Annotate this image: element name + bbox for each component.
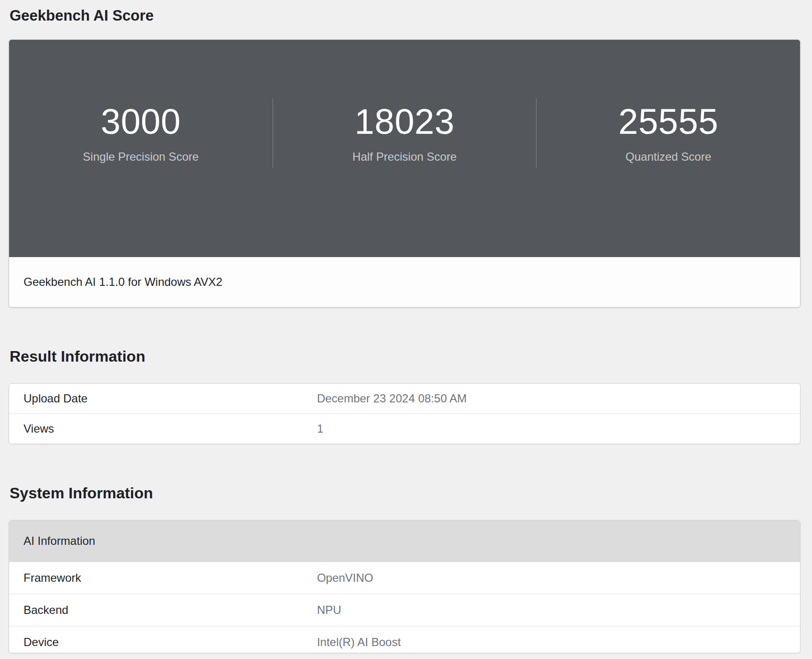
system-information-table: AI Information Framework OpenVINO Backen…	[9, 520, 800, 653]
table-row-device: Device Intel(R) AI Boost	[9, 626, 800, 653]
half-precision-score-value: 18023	[273, 103, 537, 141]
half-precision-score-label: Half Precision Score	[273, 150, 537, 164]
benchmark-version-text: Geekbench AI 1.1.0 for Windows AVX2	[9, 257, 800, 307]
score-banner: 3000 Single Precision Score 18023 Half P…	[9, 40, 800, 257]
section-heading-system-information: System Information	[10, 483, 800, 503]
table-row-framework: Framework OpenVINO	[9, 562, 800, 594]
row-value: NPU	[317, 603, 786, 617]
page-container: Geekbench AI Score 3000 Single Precision…	[0, 0, 812, 653]
row-value: 1	[317, 422, 786, 435]
quantized-score-label: Quantized Score	[537, 150, 800, 164]
score-card: 3000 Single Precision Score 18023 Half P…	[9, 39, 800, 307]
section-heading-result-information: Result Information	[10, 347, 800, 366]
single-precision-score-value: 3000	[9, 103, 273, 141]
quantized-score-value: 25555	[537, 103, 800, 141]
row-label: Device	[24, 635, 317, 649]
quantized-score-block: 25555 Quantized Score	[536, 98, 800, 168]
half-precision-score-block: 18023 Half Precision Score	[273, 98, 537, 168]
table-row-upload-date: Upload Date December 23 2024 08:50 AM	[9, 384, 800, 413]
table-header-ai-information: AI Information	[9, 520, 800, 562]
row-label: Framework	[24, 571, 317, 585]
single-precision-score-label: Single Precision Score	[9, 150, 273, 164]
row-value: Intel(R) AI Boost	[317, 635, 786, 649]
table-row-backend: Backend NPU	[9, 594, 800, 626]
row-label: Views	[24, 422, 317, 435]
row-value: OpenVINO	[317, 571, 786, 585]
page-title: Geekbench AI Score	[10, 7, 800, 25]
result-information-table: Upload Date December 23 2024 08:50 AM Vi…	[9, 383, 800, 444]
single-precision-score-block: 3000 Single Precision Score	[9, 98, 273, 168]
table-row-views: Views 1	[9, 413, 800, 444]
row-label: Backend	[24, 603, 317, 617]
row-label: Upload Date	[24, 392, 317, 405]
row-value: December 23 2024 08:50 AM	[317, 392, 786, 405]
